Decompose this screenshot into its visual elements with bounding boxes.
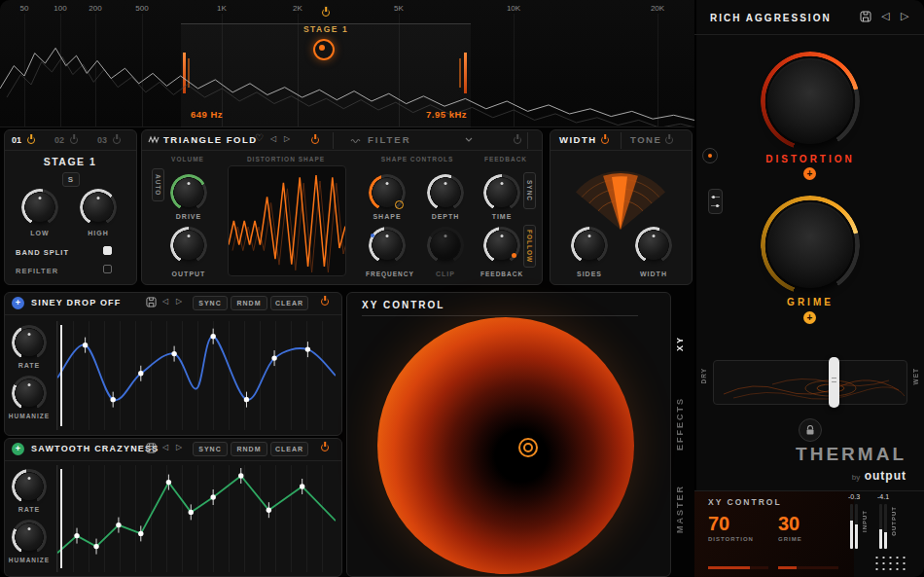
lfo1-name[interactable]: SINEY DROP OFF <box>31 298 121 307</box>
frequency-knob[interactable] <box>373 231 402 260</box>
preset-prev-icon[interactable]: ◁ <box>881 10 889 22</box>
clip-knob[interactable] <box>431 231 460 260</box>
chevron-down-icon[interactable] <box>465 137 473 142</box>
dist-output-knob[interactable] <box>174 231 203 260</box>
lfo2-prev-icon[interactable]: ◁ <box>162 443 168 451</box>
output-meter-bar-l <box>879 504 882 549</box>
lfo2-sync-button[interactable]: SYNC <box>193 442 228 456</box>
output-meter-label: OUTPUT <box>891 506 897 536</box>
low-crossover-knob[interactable] <box>25 193 54 222</box>
follow-toggle[interactable]: FOLLOW <box>523 225 536 268</box>
time-knob[interactable] <box>487 178 516 207</box>
stage-solo-button[interactable]: S <box>62 172 80 187</box>
xy-y-value[interactable]: 30 <box>778 513 800 535</box>
spectrum-curve <box>0 0 694 126</box>
lfo2-name[interactable]: SAWTOOTH CRAZYNESS <box>31 444 159 453</box>
distortion-macro-add-button[interactable]: + <box>803 167 816 180</box>
lfo1-power-icon[interactable] <box>321 298 329 306</box>
width-tab[interactable]: WIDTH <box>559 134 597 145</box>
lfo2-rndm-button[interactable]: RNDM <box>231 442 267 456</box>
lfo2-save-icon[interactable] <box>146 443 157 453</box>
xy-control-title: XY CONTROL <box>362 300 444 310</box>
lfo1-rndm-button[interactable]: RNDM <box>231 296 267 310</box>
dry-wet-handle[interactable] <box>829 357 839 408</box>
refilter-checkbox[interactable] <box>103 265 112 273</box>
lfo2-humanize-knob[interactable] <box>16 523 43 551</box>
rail-tab-xy[interactable]: XY <box>675 336 685 351</box>
shape-display-label: DISTORTION SHAPE <box>226 156 346 162</box>
distortion-power-icon[interactable] <box>311 136 319 144</box>
tone-tab[interactable]: TONE <box>630 134 661 145</box>
macro-mod-source-icon[interactable] <box>702 148 718 163</box>
depth-knob[interactable] <box>431 178 460 207</box>
grime-macro-add-button[interactable]: + <box>803 311 816 324</box>
lfo1-rate-knob[interactable] <box>16 329 43 356</box>
lfo2-power-icon[interactable] <box>321 444 329 451</box>
sync-toggle[interactable]: SYNC <box>523 172 536 209</box>
thermal-plugin-window: 50 100 200 500 1K 2K 5K 10K 20K STAGE 1 … <box>0 0 924 577</box>
lfo1-editor[interactable] <box>56 321 336 430</box>
lfo1-save-icon[interactable] <box>146 297 157 307</box>
band-high-freq-value: 7.95 kHz <box>426 109 467 120</box>
stage-tab-01-power-icon[interactable] <box>27 136 35 144</box>
lfo1-clear-button[interactable]: CLEAR <box>270 296 308 310</box>
frequency-label: FREQUENCY <box>366 270 409 277</box>
drive-knob[interactable] <box>174 178 203 207</box>
tone-power-icon[interactable] <box>665 136 673 144</box>
high-label: HIGH <box>84 230 113 236</box>
rail-tab-effects[interactable]: EFFECTS <box>675 397 685 451</box>
sides-knob[interactable] <box>575 231 604 260</box>
dry-wet-slider[interactable] <box>713 360 907 405</box>
lfo1-start-marker <box>60 325 62 426</box>
stage-tab-01[interactable]: 01 <box>12 135 21 145</box>
next-shape-icon[interactable]: ▷ <box>284 134 290 143</box>
stage-tab-03[interactable]: 03 <box>97 135 107 145</box>
width-tab-divider <box>621 132 622 149</box>
lfo2-rate-knob[interactable] <box>16 473 43 500</box>
lfo2-clear-button[interactable]: CLEAR <box>270 442 308 456</box>
filter-power-icon[interactable] <box>514 136 521 144</box>
xy-cursor-target[interactable] <box>518 438 538 457</box>
xy-x-value[interactable]: 70 <box>708 513 729 535</box>
width-fan-visualizer[interactable] <box>559 152 683 234</box>
output-brand-logo: output <box>865 469 906 483</box>
input-meter-bar-l <box>850 504 853 549</box>
high-crossover-knob[interactable] <box>84 193 113 222</box>
filter-tab-label[interactable]: FILTER <box>368 134 411 145</box>
width-power-icon[interactable] <box>601 136 609 144</box>
rail-tab-master[interactable]: MASTER <box>675 485 685 533</box>
distortion-module-title[interactable]: TRIANGLE FOLD <box>163 134 258 145</box>
prev-shape-icon[interactable]: ◁ <box>270 134 276 143</box>
lfo1-humanize-knob[interactable] <box>16 379 43 407</box>
grime-macro-knob[interactable] <box>767 202 853 288</box>
lfo2-editor[interactable] <box>56 465 336 572</box>
distortion-macro-knob[interactable] <box>767 58 853 144</box>
preset-save-icon[interactable] <box>860 11 871 22</box>
width-knob[interactable] <box>639 231 668 260</box>
favorite-heart-icon[interactable]: ♡ <box>255 132 264 143</box>
output-meter-bar-r <box>884 504 887 549</box>
sliders-icon[interactable] <box>708 189 723 214</box>
preset-name[interactable]: RICH AGGRESSION <box>710 13 832 23</box>
stage-tab-03-power-icon[interactable] <box>113 136 121 144</box>
auto-gain-toggle[interactable]: AUTO <box>152 168 164 201</box>
xy-heat-pad[interactable] <box>377 317 634 574</box>
input-meter-label: INPUT <box>862 510 868 532</box>
xy-cursor-inner-ring <box>523 443 533 452</box>
stage-tab-02[interactable]: 02 <box>54 135 64 145</box>
resize-drag-handle-icon[interactable] <box>873 555 908 572</box>
brand-line: by output <box>694 466 906 484</box>
lfo1-sync-button[interactable]: SYNC <box>193 296 228 310</box>
lfo1-prev-icon[interactable]: ◁ <box>162 297 168 306</box>
drive-label: DRIVE <box>174 213 203 220</box>
feedback-label: FEEDBACK <box>480 270 523 277</box>
stage-tab-02-power-icon[interactable] <box>70 136 78 144</box>
lock-button[interactable] <box>799 418 822 442</box>
lfo2-next-icon[interactable]: ▷ <box>176 443 182 451</box>
band-split-checkbox[interactable] <box>103 246 112 255</box>
input-meter-bar-r <box>855 504 858 549</box>
preset-next-icon[interactable]: ▷ <box>901 10 908 22</box>
band-low-freq-value: 649 Hz <box>191 109 223 120</box>
lfo1-next-icon[interactable]: ▷ <box>176 297 182 306</box>
thermal-logo: THERMAL <box>694 444 906 465</box>
